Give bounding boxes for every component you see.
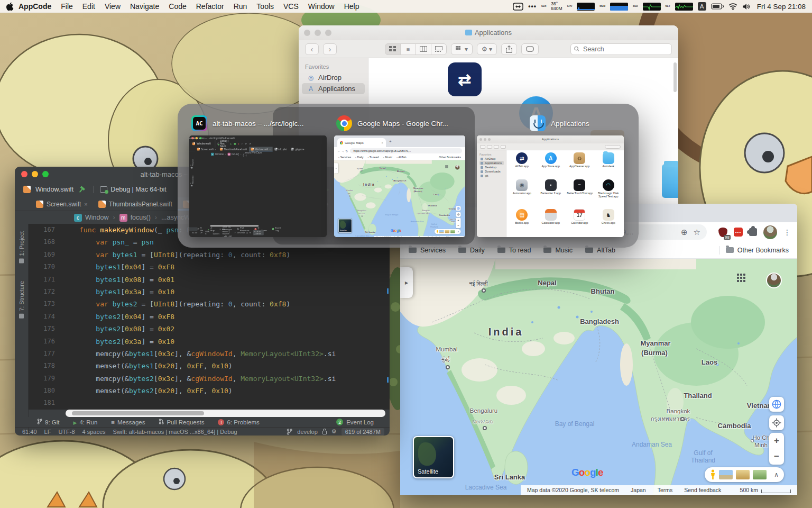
mini-sidebar-downloads[interactable]: Downloads bbox=[479, 169, 504, 174]
breadcrumb-asyncwithcaps[interactable]: ...asyncWithCaps (...) bbox=[243, 151, 262, 157]
toolwindow-6-problems[interactable]: !6: Problems bbox=[218, 419, 259, 425]
add-shortcut-icon[interactable]: ⊕ bbox=[681, 228, 688, 237]
menu-refactor[interactable]: Refactor bbox=[191, 2, 229, 11]
git-branch-name[interactable]: develop bbox=[297, 429, 318, 435]
memory-indicator[interactable]: 619 of 2487M bbox=[342, 428, 384, 436]
breadcrumb-window[interactable]: cWindow bbox=[211, 152, 224, 156]
footer-link-terms[interactable]: Terms bbox=[658, 487, 673, 493]
alttab-menubar-icon[interactable] bbox=[513, 3, 523, 11]
google-map[interactable]: नई दिल्लीNepalBhutanBangladeshIndiaMumba… bbox=[334, 160, 465, 237]
imagery-thumb-1[interactable] bbox=[719, 470, 733, 479]
tool-stripe-7-structure[interactable]: 7: Structure bbox=[189, 175, 194, 186]
alt-tab-thumbnail-appcode[interactable]: alt-tab-macos – .../src/logic/Window.swi… bbox=[189, 135, 327, 237]
more-dots-icon[interactable]: ••• bbox=[528, 3, 537, 10]
cpu-graph[interactable] bbox=[577, 3, 595, 11]
tab-close-icon[interactable]: × bbox=[215, 148, 216, 150]
alt-tab-item-finder[interactable]: Applications bbox=[530, 115, 589, 131]
mini-app-bartender-3-app[interactable]: ▪Bartender 3.app bbox=[537, 179, 566, 208]
line-separator[interactable]: LF bbox=[200, 231, 202, 233]
current-file-label[interactable]: Window.swift bbox=[35, 186, 73, 193]
editor-horizontal-scrollbar[interactable] bbox=[66, 410, 385, 417]
collapse-chevron-icon[interactable]: ∧ bbox=[774, 471, 779, 478]
list-view-button[interactable]: ≡ bbox=[400, 43, 416, 55]
indent-style[interactable]: 4 spaces bbox=[82, 429, 106, 435]
map-side-panel-toggle[interactable]: ▸ bbox=[334, 163, 338, 173]
mini-app-bettertouchtool-app[interactable]: ~BetterTouchTool.app bbox=[565, 179, 594, 208]
ssd-graph[interactable] bbox=[643, 3, 661, 11]
lock-icon[interactable] bbox=[246, 232, 247, 234]
gallery-view-button[interactable] bbox=[431, 43, 447, 55]
volume-icon[interactable] bbox=[742, 3, 750, 10]
menu-appcode[interactable]: AppCode bbox=[14, 2, 56, 11]
google-account-avatar[interactable] bbox=[455, 165, 460, 170]
mini-app-appcleaner-app[interactable]: ♻AppCleaner.app bbox=[565, 152, 594, 178]
tab-gitignore[interactable]: .gitignore bbox=[289, 147, 306, 151]
menu-view[interactable]: View bbox=[100, 2, 125, 11]
toolwindow-9-git[interactable]: 9: Git bbox=[197, 227, 203, 232]
mini-sidebar-desktop[interactable]: Desktop bbox=[479, 165, 504, 169]
tab-close-icon[interactable]: × bbox=[270, 148, 271, 150]
pegman-icon[interactable] bbox=[436, 230, 438, 233]
alttab-app-icon[interactable]: ⇄ bbox=[448, 62, 482, 96]
search-field[interactable] bbox=[570, 43, 672, 55]
zoom-in-button[interactable]: + bbox=[769, 433, 784, 449]
net-graph[interactable] bbox=[675, 3, 693, 11]
autodesk-folder-icon[interactable] bbox=[662, 164, 678, 198]
tool-stripe-1-project[interactable]: 1: Project bbox=[19, 231, 25, 263]
tab-screen-swift[interactable]: Screen.swift× bbox=[195, 147, 218, 151]
profile-avatar[interactable] bbox=[763, 225, 777, 239]
debug-icon[interactable] bbox=[234, 143, 236, 145]
mini-sidebar-git[interactable]: git bbox=[479, 174, 504, 178]
current-file-label[interactable]: Window.swift bbox=[197, 142, 210, 145]
undo-icon[interactable]: ↺ bbox=[249, 142, 251, 145]
tab-close-icon[interactable]: × bbox=[84, 201, 87, 207]
menu-help[interactable]: Help bbox=[339, 2, 364, 11]
line-separator[interactable]: LF bbox=[44, 429, 51, 435]
bookmark-star-icon[interactable]: ☆ bbox=[694, 228, 700, 237]
sidebar-item-airdrop[interactable]: ◎AirDrop bbox=[302, 72, 365, 83]
apple-menu-icon[interactable] bbox=[6, 2, 14, 11]
menu-navigate[interactable]: Navigate bbox=[125, 2, 164, 11]
stop-icon[interactable]: ■ bbox=[238, 143, 239, 145]
tab-info-plist[interactable]: info.plist bbox=[273, 147, 289, 151]
finder-titlebar[interactable]: Applications bbox=[299, 25, 678, 40]
menu-edit[interactable]: Edit bbox=[78, 2, 100, 11]
caret-position[interactable]: 61:40 bbox=[22, 429, 37, 435]
search-input[interactable] bbox=[582, 45, 668, 53]
settings-icon[interactable]: ⚙ bbox=[245, 142, 247, 145]
forward-button[interactable]: › bbox=[323, 43, 337, 55]
alt-tab-thumbnail-finder[interactable]: Applications FavoritesAirDropApplication… bbox=[477, 135, 624, 237]
toolwindow-pull-requests[interactable]: Pull Requests bbox=[159, 419, 204, 425]
map-globe-button[interactable] bbox=[769, 397, 784, 412]
breadcrumb-focus[interactable]: mfocus() bbox=[119, 214, 151, 222]
wifi-icon[interactable] bbox=[728, 3, 737, 10]
finder-scrollbar[interactable] bbox=[673, 62, 677, 92]
notifications-icon[interactable]: ⚙ bbox=[250, 231, 252, 234]
file-encoding[interactable]: UTF-8 bbox=[205, 230, 210, 235]
tag-button[interactable] bbox=[521, 43, 539, 55]
run-icon[interactable]: ▶ bbox=[230, 143, 232, 145]
memory-indicator[interactable]: 619 of 2487M bbox=[253, 230, 264, 235]
mini-app-calculator-app[interactable]: Calculator.app bbox=[537, 209, 566, 235]
icon-view-button[interactable] bbox=[385, 43, 401, 55]
keyboard-layout-icon[interactable]: A bbox=[698, 2, 706, 11]
map-globe-button[interactable] bbox=[456, 206, 460, 211]
caret-position[interactable]: 61:40 bbox=[192, 231, 197, 233]
collapse-chevron-icon[interactable]: ∧ bbox=[457, 230, 459, 233]
chrome-menu-kebab-icon[interactable]: ⋮ bbox=[783, 228, 791, 237]
toolwindow-messages[interactable]: ≡Messages bbox=[111, 419, 145, 425]
other-bookmarks[interactable]: Other Bookmarks bbox=[726, 247, 789, 254]
zoom-in-button[interactable]: + bbox=[456, 218, 460, 223]
pegman-icon[interactable] bbox=[710, 469, 716, 480]
footer-link-terms[interactable]: Terms bbox=[419, 237, 424, 237]
menu-bar-clock[interactable]: Fri 4 Sep 21:08 bbox=[757, 3, 806, 11]
mini-app-automator-app[interactable]: ◉Automator.app bbox=[508, 179, 537, 208]
mini-app-calendar-app[interactable]: 17Calendar.app bbox=[565, 209, 594, 235]
alt-tab-item-chrome[interactable]: Google Maps - Google Chr... bbox=[336, 115, 448, 131]
imagery-thumb-2[interactable] bbox=[445, 230, 450, 233]
breadcrumb-focus[interactable]: mfocus() bbox=[227, 152, 239, 156]
alt-tab-item-appcode[interactable]: AC alt-tab-macos – .../src/logic... bbox=[191, 115, 304, 131]
google-apps-grid-icon[interactable] bbox=[737, 274, 745, 282]
mini-app-books-app[interactable]: ▤Books.app bbox=[508, 209, 537, 235]
notifications-icon[interactable]: ⚙ bbox=[331, 428, 337, 435]
